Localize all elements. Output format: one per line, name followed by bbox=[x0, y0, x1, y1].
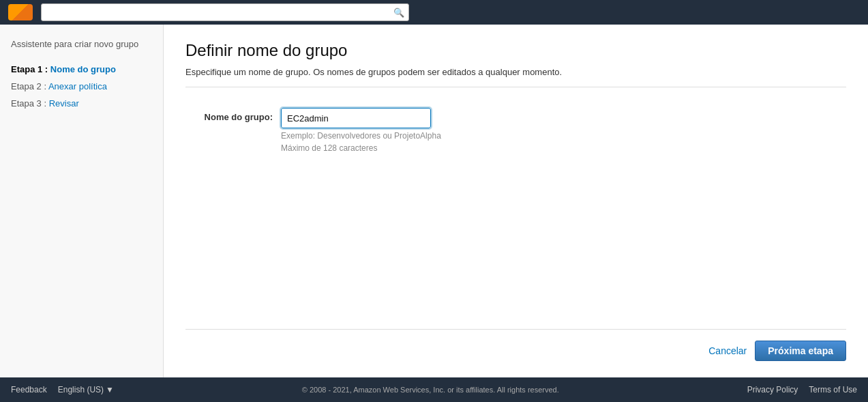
feedback-link[interactable]: Feedback bbox=[11, 385, 47, 394]
chevron-down-icon: ▼ bbox=[106, 385, 114, 394]
step2-label: Anexar política bbox=[48, 81, 107, 91]
top-navigation: 🔍 bbox=[0, 0, 868, 25]
group-name-input-area: Exemplo: Desenvolvedores ou ProjetoAlpha… bbox=[281, 108, 441, 153]
bottom-bar: Feedback English (US) ▼ © 2008 - 2021, A… bbox=[0, 377, 868, 402]
language-selector[interactable]: English (US) ▼ bbox=[58, 385, 114, 394]
group-name-input[interactable] bbox=[281, 108, 431, 128]
privacy-policy-link[interactable]: Privacy Policy bbox=[747, 385, 798, 394]
hint-max: Máximo de 128 caracteres bbox=[281, 143, 441, 153]
content-header: Definir nome do grupo Especifique um nom… bbox=[185, 41, 846, 87]
bottom-right-links: Privacy Policy Terms of Use bbox=[747, 385, 857, 394]
main-layout: Assistente para criar novo grupo Etapa 1… bbox=[0, 25, 868, 377]
hint-example: Exemplo: Desenvolvedores ou ProjetoAlpha bbox=[281, 131, 441, 141]
step3-number: Etapa 3 bbox=[11, 98, 42, 109]
step2-sep: : bbox=[42, 81, 48, 91]
cancel-button[interactable]: Cancelar bbox=[708, 345, 747, 356]
lang-label: English (US) bbox=[58, 385, 104, 394]
search-bar[interactable]: 🔍 bbox=[41, 3, 409, 21]
step2-number: Etapa 2 bbox=[11, 81, 42, 91]
next-button[interactable]: Próxima etapa bbox=[755, 341, 846, 361]
search-input[interactable] bbox=[46, 8, 393, 18]
search-icon: 🔍 bbox=[393, 8, 404, 18]
aws-logo bbox=[8, 4, 33, 20]
group-name-label: Nome do grupo: bbox=[185, 108, 281, 122]
step1-number: Etapa 1 bbox=[11, 64, 42, 74]
step3-sep: : bbox=[42, 98, 49, 109]
sidebar-step-2[interactable]: Etapa 2 : Anexar política bbox=[11, 81, 152, 91]
sidebar-step-1[interactable]: Etapa 1 : Nome do grupo bbox=[11, 64, 152, 74]
step3-label: Revisar bbox=[49, 98, 79, 109]
main-content: Definir nome do grupo Especifique um nom… bbox=[164, 25, 868, 377]
step1-label: Nome do grupo bbox=[50, 64, 116, 74]
wizard-title: Assistente para criar novo grupo bbox=[11, 38, 152, 51]
page-description: Especifique um nome de grupo. Os nomes d… bbox=[185, 67, 846, 77]
bottom-left-links: Feedback English (US) ▼ bbox=[11, 385, 114, 394]
content-footer: Cancelar Próxima etapa bbox=[185, 329, 846, 361]
page-title: Definir nome do grupo bbox=[185, 41, 846, 60]
sidebar-step-3[interactable]: Etapa 3 : Revisar bbox=[11, 98, 152, 109]
form-row: Nome do grupo: Exemplo: Desenvolvedores … bbox=[185, 108, 846, 153]
copyright-text: © 2008 - 2021, Amazon Web Services, Inc.… bbox=[114, 386, 747, 394]
sidebar: Assistente para criar novo grupo Etapa 1… bbox=[0, 25, 164, 377]
terms-of-use-link[interactable]: Terms of Use bbox=[809, 385, 857, 394]
step1-sep: : bbox=[42, 64, 50, 74]
